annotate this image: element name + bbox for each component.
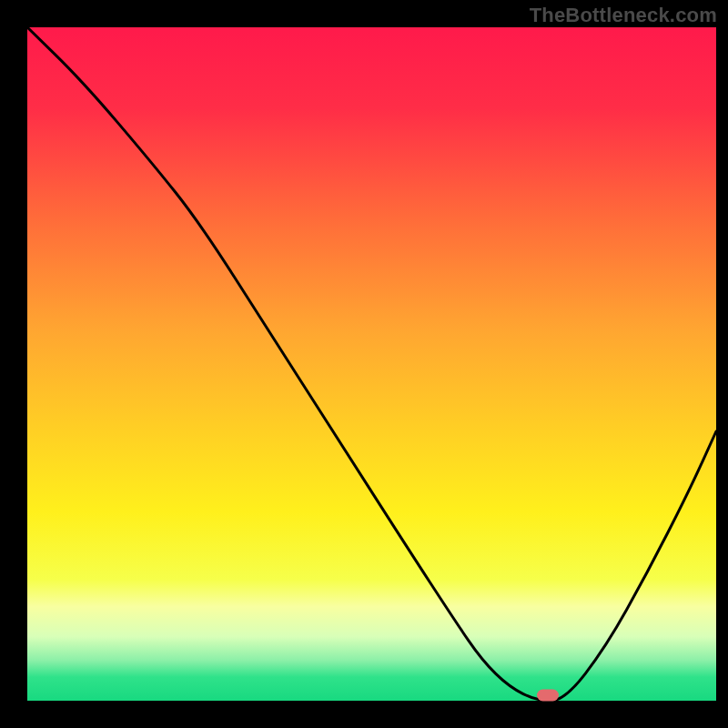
plot-svg <box>27 27 716 701</box>
optimal-point-marker <box>537 690 559 702</box>
plot-area <box>27 27 716 701</box>
watermark-text: TheBottleneck.com <box>530 4 717 27</box>
gradient-background <box>27 27 716 701</box>
chart-frame: TheBottleneck.com <box>0 0 728 728</box>
